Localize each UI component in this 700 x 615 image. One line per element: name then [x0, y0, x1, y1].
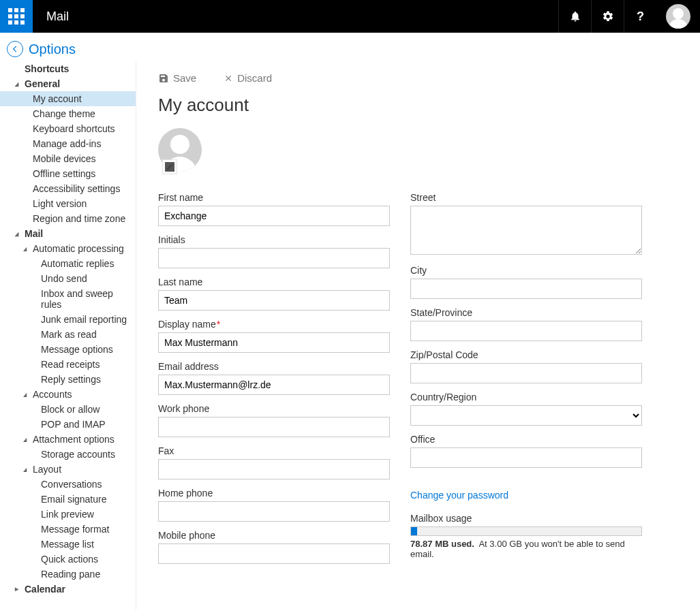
sidebar-item-mark-as-read[interactable]: Mark as read [0, 327, 136, 342]
bell-icon [569, 10, 581, 22]
select-country[interactable] [410, 405, 642, 426]
options-sidebar: Shortcuts General My account Change them… [0, 61, 136, 610]
sidebar-item-keyboard-shortcuts[interactable]: Keyboard shortcuts [0, 121, 136, 136]
mailbox-usage-bar [410, 526, 642, 536]
sidebar-item-manage-addins[interactable]: Manage add-ins [0, 136, 136, 151]
input-city[interactable] [410, 279, 642, 299]
sidebar-general[interactable]: General [0, 76, 136, 91]
sidebar-layout[interactable]: Layout [0, 462, 136, 477]
page-title: My account [158, 95, 678, 116]
input-home-phone[interactable] [158, 501, 390, 522]
input-last-name[interactable] [158, 290, 390, 311]
form-left-column: First name Initials Last name Display na… [158, 192, 390, 572]
sidebar-shortcuts[interactable]: Shortcuts [0, 61, 136, 76]
app-launcher[interactable] [0, 0, 33, 33]
input-mobile-phone[interactable] [158, 543, 390, 564]
sidebar-item-block-or-allow[interactable]: Block or allow [0, 402, 136, 417]
app-title: Mail [33, 0, 558, 33]
label-email: Email address [158, 361, 390, 372]
sidebar-item-email-signature[interactable]: Email signature [0, 492, 136, 507]
avatar-icon [666, 4, 690, 29]
gear-icon [602, 10, 614, 22]
label-mobile-phone: Mobile phone [158, 530, 390, 541]
sidebar-item-junk-email-reporting[interactable]: Junk email reporting [0, 312, 136, 327]
input-initials[interactable] [158, 248, 390, 268]
label-city: City [410, 265, 642, 276]
label-country: Country/Region [410, 392, 642, 403]
back-button[interactable] [7, 41, 23, 57]
help-button[interactable]: ? [624, 0, 656, 33]
input-work-phone[interactable] [158, 417, 390, 437]
label-fax: Fax [158, 445, 390, 456]
arrow-left-icon [10, 44, 20, 54]
save-label: Save [173, 72, 196, 84]
edit-photo-button[interactable] [162, 159, 177, 174]
sidebar-item-link-preview[interactable]: Link preview [0, 507, 136, 522]
label-office: Office [410, 434, 642, 445]
input-state[interactable] [410, 321, 642, 341]
mailbox-usage-text: 78.87 MB used. At 3.00 GB you won't be a… [410, 539, 642, 559]
sidebar-item-automatic-replies[interactable]: Automatic replies [0, 256, 136, 271]
sidebar-attachment-options[interactable]: Attachment options [0, 432, 136, 447]
form-toolbar: Save Discard [158, 68, 678, 93]
options-title: Options [29, 42, 76, 57]
input-display-name[interactable] [158, 332, 390, 353]
discard-button[interactable]: Discard [224, 72, 272, 84]
form-right-column: Street City State/Province Zip/Postal Co… [410, 192, 642, 572]
sidebar-item-storage-accounts[interactable]: Storage accounts [0, 447, 136, 462]
settings-button[interactable] [591, 0, 624, 33]
input-email[interactable] [158, 375, 390, 395]
sidebar-item-pop-imap[interactable]: POP and IMAP [0, 417, 136, 432]
waffle-icon [8, 8, 25, 25]
sidebar-item-region-timezone[interactable]: Region and time zone [0, 211, 136, 226]
label-work-phone: Work phone [158, 403, 390, 414]
label-display-name: Display name* [158, 319, 390, 330]
input-first-name[interactable] [158, 206, 390, 226]
label-street: Street [410, 192, 642, 203]
sidebar-item-message-list[interactable]: Message list [0, 537, 136, 552]
sidebar-item-light-version[interactable]: Light version [0, 196, 136, 211]
label-initials: Initials [158, 234, 390, 245]
top-toolbar: Mail ? [0, 0, 700, 33]
sidebar-item-undo-send[interactable]: Undo send [0, 271, 136, 286]
profile-photo [158, 128, 203, 173]
sidebar-item-read-receipts[interactable]: Read receipts [0, 357, 136, 372]
content-area: Save Discard My account First name [136, 61, 700, 599]
sidebar-item-inbox-sweep-rules[interactable]: Inbox and sweep rules [0, 286, 136, 312]
sidebar-item-accessibility-settings[interactable]: Accessibility settings [0, 181, 136, 196]
sidebar-item-change-theme[interactable]: Change theme [0, 106, 136, 121]
notifications-button[interactable] [558, 0, 591, 33]
sidebar-item-reply-settings[interactable]: Reply settings [0, 372, 136, 387]
input-fax[interactable] [158, 459, 390, 479]
label-state: State/Province [410, 307, 642, 318]
sidebar-automatic-processing[interactable]: Automatic processing [0, 241, 136, 256]
input-street[interactable] [410, 206, 642, 255]
sidebar-mail[interactable]: Mail [0, 226, 136, 241]
change-password-link[interactable]: Change your password [410, 490, 508, 501]
sidebar-item-conversations[interactable]: Conversations [0, 477, 136, 492]
sidebar-item-offline-settings[interactable]: Offline settings [0, 166, 136, 181]
save-icon [158, 73, 169, 84]
sidebar-item-mobile-devices[interactable]: Mobile devices [0, 151, 136, 166]
sidebar-calendar[interactable]: Calendar [0, 582, 136, 597]
label-mailbox-usage: Mailbox usage [410, 513, 642, 524]
sidebar-item-quick-actions[interactable]: Quick actions [0, 552, 136, 567]
input-office[interactable] [410, 447, 642, 468]
sidebar-item-my-account[interactable]: My account [0, 91, 136, 106]
save-button[interactable]: Save [158, 72, 196, 84]
label-home-phone: Home phone [158, 488, 390, 499]
sidebar-item-message-options[interactable]: Message options [0, 342, 136, 357]
user-menu[interactable] [656, 0, 700, 33]
label-zip: Zip/Postal Code [410, 349, 642, 360]
close-icon [224, 74, 233, 83]
input-zip[interactable] [410, 363, 642, 383]
label-first-name: First name [158, 192, 390, 203]
sidebar-item-message-format[interactable]: Message format [0, 522, 136, 537]
help-icon: ? [637, 10, 644, 24]
sidebar-item-reading-pane[interactable]: Reading pane [0, 567, 136, 582]
sidebar-accounts[interactable]: Accounts [0, 387, 136, 402]
discard-label: Discard [237, 72, 272, 84]
pencil-icon [166, 163, 174, 171]
options-header: Options [0, 33, 700, 61]
label-last-name: Last name [158, 277, 390, 287]
